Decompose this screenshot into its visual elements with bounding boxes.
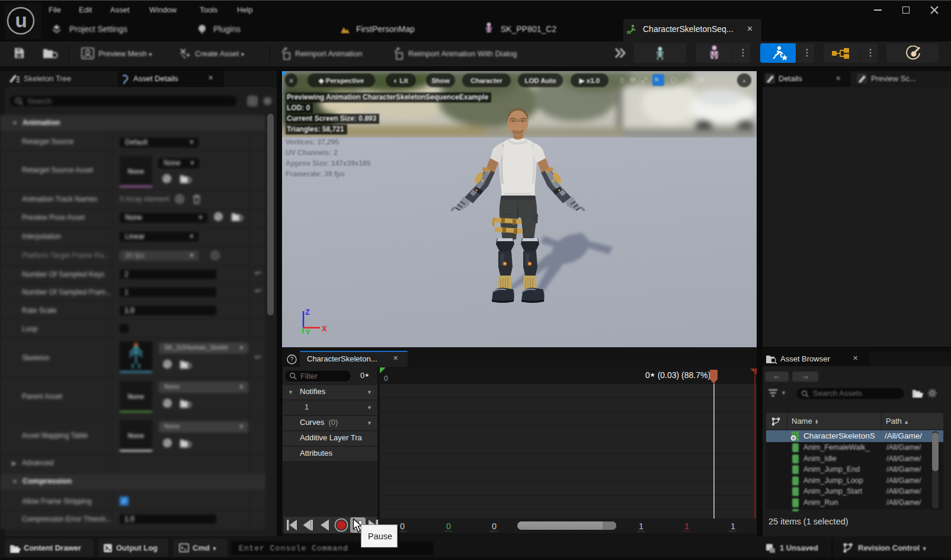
svg-text:?: ? bbox=[290, 356, 294, 363]
svg-text:Y: Y bbox=[305, 328, 310, 335]
svg-text:u: u bbox=[15, 9, 27, 31]
svg-text:Z: Z bbox=[305, 308, 310, 316]
svg-text:X: X bbox=[322, 324, 327, 333]
